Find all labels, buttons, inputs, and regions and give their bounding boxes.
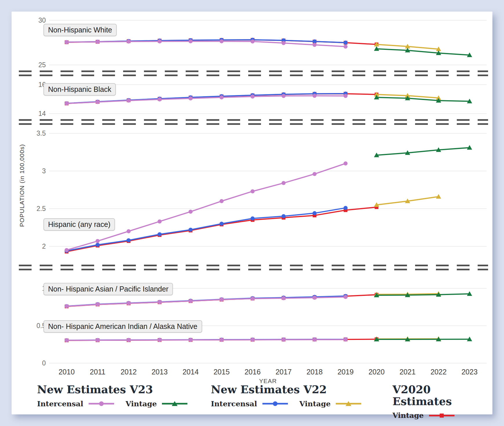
marker-circle-icon bbox=[251, 189, 255, 193]
legend-swatch-triangle-icon bbox=[161, 400, 188, 407]
marker-circle-icon bbox=[344, 94, 348, 98]
marker-circle-icon bbox=[65, 248, 69, 252]
marker-circle-icon bbox=[96, 40, 100, 44]
marker-circle-icon bbox=[127, 99, 131, 103]
marker-circle-icon bbox=[313, 172, 317, 176]
marker-circle-icon bbox=[220, 39, 224, 43]
y-tick-label: 30 bbox=[38, 17, 46, 24]
y-tick-label: 0 bbox=[42, 359, 46, 367]
legend-entry-v22_vintage: Vintage bbox=[300, 400, 362, 408]
marker-circle-icon bbox=[313, 94, 317, 98]
y-tick-label: 3 bbox=[42, 167, 46, 175]
marker-circle-icon bbox=[189, 39, 193, 43]
x-tick-label: 2017 bbox=[275, 368, 292, 376]
marker-circle-icon bbox=[251, 39, 255, 43]
x-tick-label: 2016 bbox=[244, 368, 261, 376]
y-tick-label: 2.5 bbox=[36, 205, 46, 212]
panel-label-american-indian-alaska-native: Non- Hispanic American Indian / Alaska N… bbox=[43, 320, 202, 333]
series-line-v23_intercensal bbox=[67, 41, 346, 46]
legend-title: New Estimates V23 bbox=[37, 384, 188, 396]
x-tick-label: 2021 bbox=[399, 368, 416, 376]
series-line-v23_vintage bbox=[377, 339, 470, 339]
marker-circle-icon bbox=[158, 338, 162, 342]
marker-circle-icon bbox=[282, 214, 286, 218]
y-tick-label: 25 bbox=[38, 61, 46, 69]
x-tick-label: 2020 bbox=[368, 368, 385, 376]
chart-legend: New Estimates V23IntercensalVintage New … bbox=[12, 384, 492, 413]
marker-circle-icon bbox=[251, 338, 255, 342]
chart-card: 302516143.532.5210.502010201120122013201… bbox=[12, 12, 492, 414]
marker-circle-icon bbox=[158, 219, 162, 223]
x-tick-label: 2011 bbox=[90, 368, 105, 376]
legend-entry-label: Intercensal bbox=[37, 400, 83, 408]
x-tick-label: 2019 bbox=[337, 368, 354, 376]
legend-entry-v2020_vintage: Vintage bbox=[392, 411, 455, 420]
legend-entry-v23_vintage: Vintage bbox=[126, 400, 188, 408]
y-tick-label: 14 bbox=[38, 110, 46, 117]
legend-swatch-square-icon bbox=[428, 412, 455, 419]
panel-label-hispanic: Hispanic (any race) bbox=[43, 218, 115, 231]
marker-circle-icon bbox=[65, 40, 69, 44]
legend-entry-label: Vintage bbox=[300, 400, 331, 408]
marker-circle-icon bbox=[344, 45, 348, 49]
legend-swatch-circle-icon bbox=[88, 400, 115, 407]
marker-circle-icon bbox=[65, 338, 69, 342]
marker-circle-icon bbox=[344, 295, 348, 299]
y-tick-label: 3.5 bbox=[36, 130, 46, 137]
marker-circle-icon bbox=[344, 206, 348, 210]
marker-circle-icon bbox=[313, 43, 317, 47]
y-axis-title: POPULATION (in 100,000s) bbox=[19, 144, 25, 227]
marker-circle-icon bbox=[313, 211, 317, 215]
marker-circle-icon bbox=[96, 302, 100, 306]
legend-group-v23: New Estimates V23IntercensalVintage bbox=[37, 384, 188, 408]
series-line-v23_vintage bbox=[377, 97, 470, 101]
marker-circle-icon bbox=[189, 338, 193, 342]
marker-circle-icon bbox=[344, 338, 348, 342]
marker-circle-icon bbox=[158, 300, 162, 304]
marker-circle-icon bbox=[282, 181, 286, 185]
marker-circle-icon bbox=[282, 338, 286, 342]
legend-swatch-triangle-icon bbox=[335, 400, 362, 407]
legend-entries: Vintage bbox=[392, 411, 492, 420]
marker-circle-icon bbox=[127, 301, 131, 305]
series-line-v23_intercensal bbox=[67, 340, 346, 341]
legend-entry-label: Intercensal bbox=[211, 400, 257, 408]
marker-circle-icon bbox=[313, 296, 317, 300]
marker-circle-icon bbox=[251, 297, 255, 301]
x-tick-label: 2018 bbox=[306, 368, 323, 376]
legend-entries: IntercensalVintage bbox=[37, 400, 188, 408]
marker-circle-icon bbox=[220, 199, 224, 203]
x-tick-label: 2014 bbox=[182, 368, 199, 376]
marker-circle-icon bbox=[189, 210, 193, 214]
x-tick-label: 2015 bbox=[213, 368, 230, 376]
marker-circle-icon bbox=[189, 97, 193, 101]
marker-circle-icon bbox=[220, 338, 224, 342]
legend-entry-label: Vintage bbox=[392, 411, 424, 420]
panel-label-non-hispanic-white: Non-Hispanic White bbox=[43, 24, 117, 36]
marker-circle-icon bbox=[344, 41, 348, 45]
marker-circle-icon bbox=[127, 238, 131, 242]
legend-entry-label: Vintage bbox=[126, 400, 157, 408]
series-line-v23_vintage bbox=[377, 49, 470, 55]
chart-plot: 302516143.532.5210.502010201120122013201… bbox=[12, 12, 492, 414]
legend-group-v22: New Estimates V22IntercensalVintage bbox=[211, 384, 362, 408]
legend-entries: IntercensalVintage bbox=[211, 400, 362, 408]
marker-circle-icon bbox=[127, 39, 131, 43]
y-tick-label: 2 bbox=[42, 243, 46, 250]
marker-circle-icon bbox=[158, 232, 162, 236]
legend-group-v2020: V2020 EstimatesVintage bbox=[392, 384, 492, 420]
marker-circle-icon bbox=[282, 41, 286, 45]
panel-label-non-hispanic-black: Non-Hispanic Black bbox=[43, 83, 116, 96]
marker-circle-icon bbox=[251, 216, 255, 221]
series-line-v23_vintage bbox=[377, 148, 470, 155]
marker-circle-icon bbox=[158, 97, 162, 101]
legend-entry-v22_intercensal: Intercensal bbox=[211, 400, 288, 408]
panel-label-asian-pacific-islander: Non- Hispanic Asian / Pacific Islander bbox=[43, 283, 173, 295]
marker-circle-icon bbox=[282, 296, 286, 300]
marker-circle-icon bbox=[220, 298, 224, 302]
marker-circle-icon bbox=[96, 100, 100, 104]
legend-entry-v23_intercensal: Intercensal bbox=[37, 400, 115, 408]
series-line-v23_intercensal bbox=[67, 163, 346, 250]
x-tick-label: 2010 bbox=[59, 368, 75, 376]
marker-circle-icon bbox=[96, 243, 100, 247]
